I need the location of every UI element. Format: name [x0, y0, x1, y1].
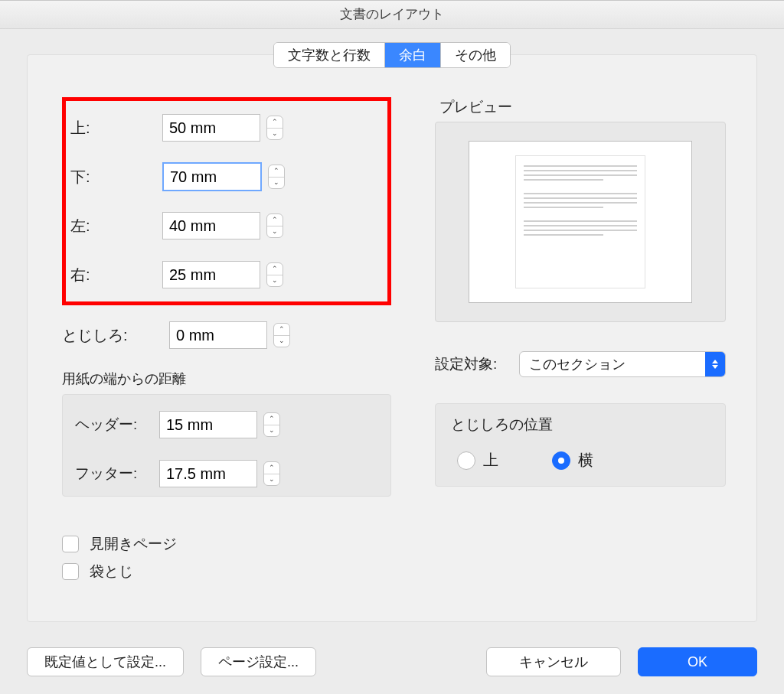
margin-top-input[interactable]: [162, 114, 260, 142]
footer-distance-input[interactable]: [159, 460, 257, 487]
facing-pages-check[interactable]: 見開きページ: [62, 530, 391, 558]
window-title: 文書のレイアウト: [0, 1, 784, 29]
chevron-up-icon: ⌃: [267, 116, 283, 129]
apply-to-select[interactable]: このセクション: [519, 351, 726, 377]
preview-paper: [469, 141, 692, 303]
margin-left-stepper[interactable]: ⌃⌄: [266, 213, 283, 238]
chevron-up-icon: ⌃: [267, 263, 283, 275]
footer-distance-row: フッター: ⌃⌄: [75, 455, 378, 493]
tab-bar: 文字数と行数 余白 その他: [273, 42, 511, 68]
chevron-down-icon: ⌄: [267, 226, 283, 238]
edge-distance-label: 用紙の端からの距離: [62, 370, 391, 388]
gutter-top-label: 上: [483, 450, 498, 471]
facing-pages-label: 見開きページ: [90, 534, 177, 554]
margin-left-input[interactable]: [162, 212, 260, 239]
edge-distance-group: ヘッダー: ⌃⌄ フッター: ⌃⌄: [62, 394, 391, 497]
margin-right-stepper[interactable]: ⌃⌄: [266, 262, 283, 287]
footer-distance-label: フッター:: [75, 464, 159, 484]
dialog-footer: 既定値として設定... ページ設定... キャンセル OK: [27, 647, 757, 676]
tab-chars-lines[interactable]: 文字数と行数: [274, 43, 385, 67]
options-checks: 見開きページ 袋とじ: [62, 530, 391, 585]
book-fold-label: 袋とじ: [90, 562, 133, 582]
cancel-button[interactable]: キャンセル: [486, 647, 621, 676]
ok-button[interactable]: OK: [638, 647, 757, 676]
gutter-side-label: 横: [578, 450, 593, 471]
margins-highlight: 上: ⌃⌄ 下: ⌃⌄ 左: ⌃⌄ 右: ⌃⌄: [62, 97, 391, 305]
preview-label: プレビュー: [435, 97, 726, 117]
gutter-side-radio[interactable]: 横: [552, 450, 593, 471]
margin-top-stepper[interactable]: ⌃⌄: [266, 116, 283, 140]
margin-bottom-row: 下: ⌃⌄: [70, 158, 380, 196]
margin-right-row: 右: ⌃⌄: [70, 256, 380, 294]
right-column: プレビュー: [435, 97, 726, 487]
gutter-input[interactable]: [169, 321, 267, 349]
margin-left-label: 左:: [70, 216, 162, 236]
chevron-up-icon: ⌃: [264, 413, 279, 425]
chevron-down-icon: ⌄: [274, 336, 289, 347]
margin-top-label: 上:: [70, 118, 162, 138]
margin-bottom-input[interactable]: [162, 162, 262, 191]
apply-to-label: 設定対象:: [435, 354, 519, 374]
chevron-down-icon: ⌄: [264, 474, 279, 486]
chevron-up-icon: ⌃: [274, 324, 289, 336]
chevron-up-icon: ⌃: [264, 462, 279, 474]
gutter-top-radio[interactable]: 上: [457, 450, 498, 471]
chevron-down-icon: ⌄: [264, 425, 279, 437]
margin-bottom-stepper[interactable]: ⌃⌄: [268, 165, 285, 189]
left-column: 上: ⌃⌄ 下: ⌃⌄ 左: ⌃⌄ 右: ⌃⌄: [62, 97, 391, 585]
chevron-up-icon: ⌃: [267, 214, 283, 226]
margin-left-row: 左: ⌃⌄: [70, 207, 380, 245]
book-fold-check[interactable]: 袋とじ: [62, 558, 391, 585]
header-distance-input[interactable]: [159, 411, 257, 438]
chevron-up-icon: ⌃: [269, 165, 284, 178]
chevron-down-icon: ⌄: [269, 178, 284, 189]
header-distance-stepper[interactable]: ⌃⌄: [263, 412, 280, 437]
margin-bottom-label: 下:: [70, 167, 162, 187]
tab-margins[interactable]: 余白: [385, 43, 441, 67]
preview-page: [515, 155, 645, 288]
select-arrow-icon: [705, 352, 725, 376]
gutter-row: とじしろ: ⌃⌄: [62, 316, 391, 354]
dialog-window: 文書のレイアウト 文字数と行数 余白 その他 上: ⌃⌄ 下: ⌃⌄: [0, 0, 784, 694]
apply-to-row: 設定対象: このセクション: [435, 351, 726, 377]
header-distance-row: ヘッダー: ⌃⌄: [75, 406, 378, 444]
page-setup-button[interactable]: ページ設定...: [201, 647, 316, 676]
gutter-position-radios: 上 横: [451, 450, 710, 471]
radio-icon: [457, 451, 475, 470]
gutter-label: とじしろ:: [62, 325, 169, 346]
margin-top-row: 上: ⌃⌄: [70, 109, 380, 147]
dialog-content: 文字数と行数 余白 その他 上: ⌃⌄ 下: ⌃⌄ 左:: [27, 54, 757, 622]
gutter-stepper[interactable]: ⌃⌄: [273, 323, 290, 347]
checkbox-icon: [62, 536, 79, 552]
apply-to-value: このセクション: [520, 355, 705, 373]
tab-other[interactable]: その他: [441, 43, 510, 67]
margin-right-input[interactable]: [162, 261, 260, 288]
gutter-position-group: とじしろの位置 上 横: [435, 403, 726, 487]
radio-icon: [552, 451, 570, 470]
header-distance-label: ヘッダー:: [75, 415, 159, 435]
footer-distance-stepper[interactable]: ⌃⌄: [263, 461, 280, 486]
margin-right-label: 右:: [70, 265, 162, 285]
checkbox-icon: [62, 563, 79, 580]
set-default-button[interactable]: 既定値として設定...: [27, 647, 184, 676]
chevron-down-icon: ⌄: [267, 275, 283, 287]
preview-box: [435, 122, 726, 322]
chevron-down-icon: ⌄: [267, 129, 283, 140]
gutter-position-label: とじしろの位置: [451, 415, 710, 435]
